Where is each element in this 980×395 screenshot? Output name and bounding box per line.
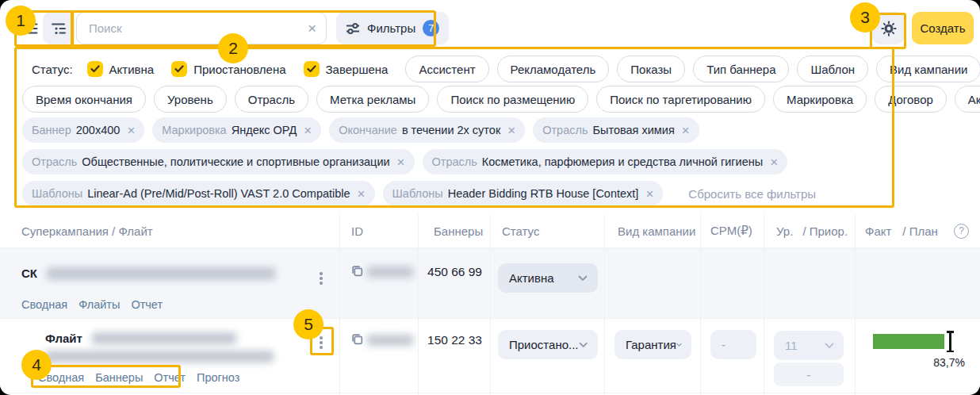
filter-chips-row-1: Баннер200x400×МаркировкаЯндекс ОРД×Оконч… <box>22 117 948 143</box>
column-header-status: Статус <box>490 214 604 247</box>
filters-button[interactable]: Фильтры 7 <box>336 12 449 44</box>
blurred-id-value <box>367 335 413 346</box>
checkmark-icon <box>307 65 316 73</box>
priority-input[interactable]: - <box>774 362 844 386</box>
chip-value-label: в течении 2х суток <box>402 124 500 136</box>
blurred-id-value <box>367 267 413 278</box>
filter-button[interactable]: Маркировка <box>773 86 867 113</box>
filter-buttons-row-2: Время окончанияУровеньОтрасльМетка рекла… <box>22 86 948 113</box>
row-link[interactable]: Отчет <box>131 298 163 311</box>
filter-button[interactable]: Время окончания <box>22 86 146 113</box>
fact-progress-bar <box>873 334 944 349</box>
id-cell <box>339 319 418 393</box>
filter-chip[interactable]: МаркировкаЯндекс ОРД× <box>152 117 321 143</box>
status-option-label: Завершена <box>326 63 389 76</box>
copy-id-icon[interactable] <box>350 332 364 346</box>
plan-marker-icon <box>947 331 954 352</box>
list-icon <box>22 22 38 35</box>
filter-button[interactable]: Уровень <box>154 86 227 113</box>
status-dropdown[interactable]: Приостано... <box>498 330 598 359</box>
filter-button[interactable]: Договор <box>875 86 947 113</box>
status-option[interactable]: Завершена <box>304 61 389 77</box>
status-option-label: Активна <box>109 63 155 76</box>
campaigns-table: Суперкампания / Флайт ID Баннеры Статус … <box>0 214 980 395</box>
filter-button[interactable]: Отрасль <box>235 86 308 113</box>
table-row: Флайт СводнаяБаннерыОтчетПрогноз 150 22 … <box>0 318 980 393</box>
filters-count-badge: 7 <box>423 20 439 36</box>
column-header-cpm: CPM(₽) <box>700 214 764 247</box>
row-link[interactable]: Прогноз <box>197 371 239 384</box>
row-link[interactable]: Флайты <box>78 298 120 311</box>
chip-remove-icon[interactable]: × <box>770 155 778 169</box>
chip-category-label: Отрасль <box>542 124 588 136</box>
flat-list-view-button[interactable] <box>16 12 44 44</box>
chip-value-label: Header Bidding RTB House [Context] <box>448 187 639 200</box>
checkbox-checked-icon[interactable] <box>304 61 320 77</box>
search-input[interactable] <box>87 21 308 36</box>
row-links: СводнаяФлайтыОтчет <box>21 298 163 311</box>
campaign-type-dropdown[interactable]: Гарантия <box>614 330 691 359</box>
level-priority-cell: 11 - <box>764 319 855 393</box>
row-link[interactable]: Баннеры <box>95 371 143 384</box>
checkbox-checked-icon[interactable] <box>171 61 187 77</box>
sliders-icon <box>346 22 360 35</box>
chip-value-label: Бытовая химия <box>593 124 675 136</box>
filter-chip[interactable]: Баннер200x400× <box>22 117 144 143</box>
chip-category-label: Шаблоны <box>32 187 82 200</box>
filter-button[interactable]: Вид кампании <box>876 56 980 82</box>
chip-remove-icon[interactable]: × <box>127 124 135 137</box>
filter-chip[interactable]: ОтрасльКосметика, парфюмерия и средства … <box>423 149 788 174</box>
row-menu-icon[interactable] <box>314 332 328 353</box>
chip-remove-icon[interactable]: × <box>358 187 366 201</box>
filter-chip[interactable]: ШаблоныHeader Bidding RTB House [Context… <box>383 181 664 206</box>
status-option[interactable]: Активна <box>87 61 155 77</box>
filter-button[interactable]: Тип баннера <box>693 56 789 82</box>
filter-chip[interactable]: Окончаниев течении 2х суток× <box>329 117 525 143</box>
filter-button[interactable]: Ассистент <box>405 56 488 82</box>
status-option[interactable]: Приостановлена <box>171 61 285 77</box>
chip-remove-icon[interactable]: × <box>507 124 515 137</box>
row-link[interactable]: Сводная <box>38 371 84 384</box>
chip-remove-icon[interactable]: × <box>304 124 312 137</box>
chip-remove-icon[interactable]: × <box>645 187 653 201</box>
chip-remove-icon[interactable]: × <box>397 155 405 169</box>
filter-button[interactable]: Показы <box>617 56 685 82</box>
tree-list-view-button[interactable] <box>43 12 75 44</box>
column-header-id: ID <box>339 214 418 247</box>
filter-button[interactable]: Шаблон <box>797 56 868 82</box>
cpm-input[interactable]: - <box>710 330 756 359</box>
filter-button[interactable]: Метка рекламы <box>316 86 429 113</box>
checkbox-checked-icon[interactable] <box>87 61 103 77</box>
chevron-down-icon <box>578 275 588 281</box>
copy-id-icon[interactable] <box>350 264 364 278</box>
settings-button[interactable] <box>872 12 905 44</box>
level-value: 11 <box>785 339 798 352</box>
filter-button[interactable]: Рекламодатель <box>497 56 610 82</box>
chip-remove-icon[interactable]: × <box>682 124 690 137</box>
column-header-name: Суперкампания / Флайт <box>0 214 339 247</box>
row-menu-icon[interactable] <box>314 268 328 289</box>
status-option-label: Приостановлена <box>193 63 285 76</box>
row-link[interactable]: Сводная <box>21 298 67 311</box>
create-button[interactable]: Создать <box>912 12 974 44</box>
row-link[interactable]: Отчет <box>154 371 186 384</box>
filter-chip[interactable]: ОтрасльБытовая химия× <box>533 117 699 143</box>
tree-list-icon <box>51 22 67 35</box>
blurred-campaign-name <box>47 267 275 280</box>
filter-chip[interactable]: ШаблоныLinear-Ad (Pre/Mid/Post-Roll) VAS… <box>22 181 375 206</box>
filter-chip[interactable]: ОтрасльОбщественные, политические и спор… <box>22 149 415 174</box>
header-priority-label: / Приор. <box>802 224 848 238</box>
table-row: СК СводнаяФлайтыОтчет 450 66 99 Активна <box>0 247 980 318</box>
chevron-down-icon <box>676 342 682 347</box>
top-toolbar: × Фильтры 7 <box>0 0 980 49</box>
status-dropdown[interactable]: Активна <box>498 263 598 293</box>
search-clear-icon[interactable]: × <box>308 21 316 36</box>
chip-value-label: Linear-Ad (Pre/Mid/Post-Roll) VAST 2.0 C… <box>87 187 350 200</box>
chip-category-label: Отрасль <box>32 155 77 168</box>
help-icon[interactable]: ? <box>954 224 969 239</box>
filter-button[interactable]: Поиск по размещению <box>437 86 588 113</box>
filter-button[interactable]: Поиск по таргетированию <box>596 86 765 113</box>
level-dropdown[interactable]: 11 <box>774 331 844 360</box>
clear-all-filters-link[interactable]: Сбросить все фильтры <box>688 187 816 201</box>
filter-button[interactable]: Акт <box>955 86 980 113</box>
